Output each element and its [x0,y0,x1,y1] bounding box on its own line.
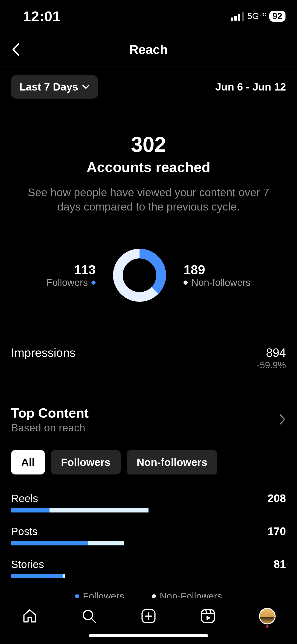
top-content-subtitle: Based on reach [11,422,89,434]
summary-section: 302 Accounts reached See how people have… [0,107,297,214]
status-time: 12:01 [23,8,61,24]
status-bar: 12:01 5GUC 92 [0,0,297,32]
followers-value: 113 [74,262,96,277]
bar-value: 81 [274,558,286,570]
chevron-left-icon [12,42,21,56]
followers-label: Followers [46,277,96,288]
cellular-signal-icon [231,12,244,21]
home-indicator [89,634,208,637]
avatar-icon [259,608,276,624]
nonfollowers-label: Non-followers [184,277,250,288]
tab-all[interactable]: All [11,450,45,474]
status-right: 5GUC 92 [231,11,286,22]
nonfollowers-value: 189 [184,262,205,277]
impressions-label: Impressions [11,346,76,360]
dot-icon [92,280,96,285]
summary-description: See how people have viewed your content … [20,186,278,214]
nav-header: Reach [0,32,297,67]
chevron-down-icon [82,84,90,89]
back-button[interactable] [9,42,23,56]
bar-value: 170 [268,525,286,538]
impressions-delta: -59.9% [257,360,286,370]
tab-nonfollowers[interactable]: Non-followers [127,450,218,474]
period-selector[interactable]: Last 7 Days [11,75,98,98]
bar-row-reels: Reels 208 [11,492,286,512]
chevron-right-icon [279,414,286,425]
date-range: Jun 6 - Jun 12 [215,80,286,93]
bar-row-stories: Stories 81 [11,558,286,578]
accounts-reached-label: Accounts reached [0,159,297,175]
bar-label: Stories [11,558,44,570]
top-content-title: Top Content [11,405,89,420]
bar-label: Reels [11,492,38,505]
filter-row: Last 7 Days Jun 6 - Jun 12 [0,67,297,107]
bar-label: Posts [11,525,38,538]
top-content-header[interactable]: Top Content Based on reach [11,389,286,434]
tab-search[interactable] [75,604,103,628]
content-bars: Reels 208 Posts 170 Stories 81 [11,492,286,578]
bar-value: 208 [268,492,286,505]
tab-home[interactable] [16,604,44,628]
plus-square-icon [140,608,157,624]
page-title: Reach [129,42,168,57]
accounts-reached-value: 302 [0,132,297,156]
tab-reels[interactable] [194,604,222,628]
nonfollowers-stat: 189 Non-followers [184,262,250,288]
impressions-value: 894 [257,346,286,360]
svg-line-3 [92,618,95,622]
followers-stat: 113 Followers [46,262,96,288]
tab-followers[interactable]: Followers [51,450,121,474]
home-icon [22,608,38,624]
tab-profile[interactable] [254,604,281,628]
period-label: Last 7 Days [19,80,78,93]
dot-icon [184,280,188,285]
audience-tabs: All Followers Non-followers [11,450,286,474]
search-icon [81,608,97,624]
bar-row-posts: Posts 170 [11,525,286,546]
svg-rect-7 [202,610,214,622]
reach-breakdown-chart: 113 Followers 189 Non-followers [0,249,297,302]
network-label: 5GUC [247,11,266,21]
donut-chart [113,249,166,302]
reels-icon [200,608,216,624]
bottom-tab-bar [0,598,297,644]
tab-create[interactable] [135,604,162,628]
battery-indicator: 92 [269,11,286,22]
impressions-row[interactable]: Impressions 894 -59.9% [0,332,297,389]
top-content-section: Top Content Based on reach All Followers… [0,389,297,602]
